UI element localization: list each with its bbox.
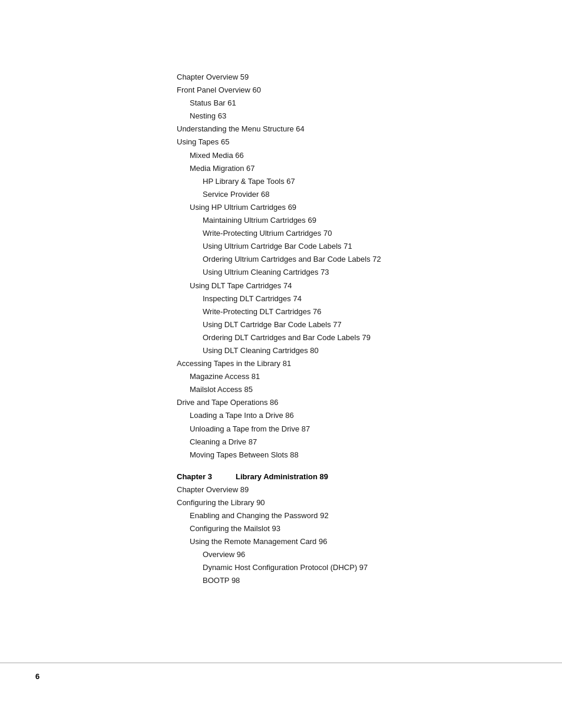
page-divider bbox=[0, 663, 562, 663]
list-item: Accessing Tapes in the Library 81 bbox=[177, 357, 515, 370]
list-item: Chapter Overview 59 bbox=[177, 71, 515, 84]
toc-content: Chapter Overview 59 Front Panel Overview… bbox=[177, 71, 515, 588]
list-item: Using Ultrium Cleaning Cartridges 73 bbox=[177, 266, 515, 279]
list-item: Unloading a Tape from the Drive 87 bbox=[177, 423, 515, 436]
list-item: Using the Remote Management Card 96 bbox=[177, 535, 515, 548]
list-item: Dynamic Host Configuration Protocol (DHC… bbox=[177, 561, 515, 574]
list-item: Mixed Media 66 bbox=[177, 149, 515, 162]
list-item: Drive and Tape Operations 86 bbox=[177, 396, 515, 409]
chapter-title: Library Administration 89 bbox=[236, 472, 328, 481]
list-item: BOOTP 98 bbox=[177, 574, 515, 587]
list-item: Chapter Overview 89 bbox=[177, 483, 515, 496]
list-item: Using Ultrium Cartridge Bar Code Labels … bbox=[177, 240, 515, 253]
list-item: Configuring the Mailslot 93 bbox=[177, 522, 515, 535]
list-item: Overview 96 bbox=[177, 548, 515, 561]
list-item: HP Library & Tape Tools 67 bbox=[177, 175, 515, 188]
list-item: Service Provider 68 bbox=[177, 188, 515, 201]
list-item: Maintaining Ultrium Cartridges 69 bbox=[177, 214, 515, 227]
toc-list: Chapter Overview 59 Front Panel Overview… bbox=[177, 71, 515, 462]
list-item: Cleaning a Drive 87 bbox=[177, 436, 515, 449]
chapter-3-heading: Chapter 3 Library Administration 89 bbox=[177, 472, 515, 481]
list-item: Nesting 63 bbox=[177, 110, 515, 123]
list-item: Front Panel Overview 60 bbox=[177, 84, 515, 97]
chapter-label: Chapter 3 bbox=[177, 472, 230, 481]
list-item: Loading a Tape Into a Drive 86 bbox=[177, 409, 515, 422]
page-number: 6 bbox=[35, 672, 39, 681]
list-item: Magazine Access 81 bbox=[177, 370, 515, 383]
list-item: Media Migration 67 bbox=[177, 162, 515, 175]
list-item: Using DLT Cartridge Bar Code Labels 77 bbox=[177, 318, 515, 331]
list-item: Ordering DLT Cartridges and Bar Code Lab… bbox=[177, 331, 515, 344]
list-item: Using Tapes 65 bbox=[177, 136, 515, 149]
list-item: Enabling and Changing the Password 92 bbox=[177, 509, 515, 522]
list-item: Inspecting DLT Cartridges 74 bbox=[177, 292, 515, 305]
list-item: Using DLT Cleaning Cartridges 80 bbox=[177, 344, 515, 357]
list-item: Status Bar 61 bbox=[177, 97, 515, 110]
list-item: Using DLT Tape Cartridges 74 bbox=[177, 279, 515, 292]
list-item: Understanding the Menu Structure 64 bbox=[177, 123, 515, 136]
list-item: Configuring the Library 90 bbox=[177, 496, 515, 509]
list-item: Mailslot Access 85 bbox=[177, 383, 515, 396]
list-item: Using HP Ultrium Cartridges 69 bbox=[177, 201, 515, 214]
list-item: Write-Protecting DLT Cartridges 76 bbox=[177, 305, 515, 318]
list-item: Moving Tapes Between Slots 88 bbox=[177, 449, 515, 462]
page: Chapter Overview 59 Front Panel Overview… bbox=[0, 0, 562, 728]
list-item: Ordering Ultrium Cartridges and Bar Code… bbox=[177, 253, 515, 266]
list-item: Write-Protecting Ultrium Cartridges 70 bbox=[177, 227, 515, 240]
chapter-3-list: Chapter Overview 89 Configuring the Libr… bbox=[177, 483, 515, 588]
